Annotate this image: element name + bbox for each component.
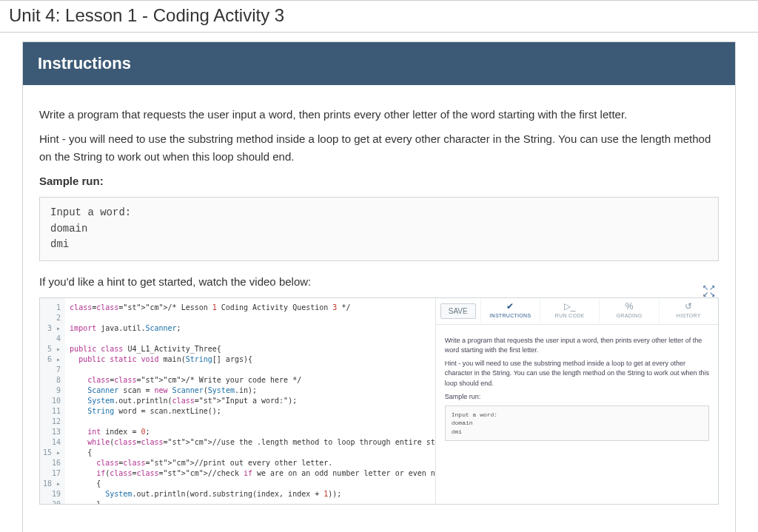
mini-sample-box: Input a word: domain dmi xyxy=(445,405,709,442)
code-panel: 123 ▸45 ▸6 ▸789101112131415 ▸161718 ▸192… xyxy=(40,298,436,504)
sample-run-label: Sample run: xyxy=(39,172,719,189)
line-gutter: 123 ▸45 ▸6 ▸789101112131415 ▸161718 ▸192… xyxy=(40,298,65,504)
mini-p2: Hint - you will need to use the substrin… xyxy=(445,359,709,388)
instructions-p1: Write a program that requests the user i… xyxy=(39,106,719,123)
right-panel: SAVE ✔ INSTRUCTIONS ▷_ RUN CODE % GRADIN… xyxy=(436,298,718,504)
tab-history[interactable]: ↺ HISTORY xyxy=(659,299,718,323)
history-icon: ↺ xyxy=(685,302,692,311)
instructions-body: Write a program that requests the user i… xyxy=(23,85,735,532)
ide-toolbar: SAVE ✔ INSTRUCTIONS ▷_ RUN CODE % GRADIN… xyxy=(436,298,718,325)
mini-p1: Write a program that requests the user i… xyxy=(445,336,709,355)
page-title: Unit 4: Lesson 1 - Coding Activity 3 xyxy=(0,0,758,33)
instructions-p2: Hint - you will need to use the substrin… xyxy=(39,130,719,165)
instructions-header: Instructions xyxy=(23,42,735,85)
save-button[interactable]: SAVE xyxy=(440,303,476,319)
tab-instructions[interactable]: ✔ INSTRUCTIONS xyxy=(480,299,540,323)
tab-grading[interactable]: % GRADING xyxy=(599,299,658,323)
percent-icon: % xyxy=(625,302,634,311)
instructions-card: Instructions Write a program that reques… xyxy=(22,41,736,532)
sample-run-box: Input a word: domain dmi xyxy=(39,197,719,261)
code-editor[interactable]: class=class="st">"cm">/* Lesson 1 Coding… xyxy=(65,298,435,504)
ide-area: ↖ ↗↙ ↘ 123 ▸45 ▸6 ▸789101112131415 ▸1617… xyxy=(39,297,719,505)
expand-icon[interactable]: ↖ ↗↙ ↘ xyxy=(702,284,714,297)
brand-logo: edhesive xyxy=(39,519,719,532)
hint-video-text: If you'd like a hint to get started, wat… xyxy=(39,273,719,290)
mini-instructions: Write a program that requests the user i… xyxy=(436,325,718,448)
ide-frame: 123 ▸45 ▸6 ▸789101112131415 ▸161718 ▸192… xyxy=(39,297,719,505)
check-icon: ✔ xyxy=(506,302,514,311)
mini-sample-label: Sample run: xyxy=(445,392,709,402)
tab-run-code[interactable]: ▷_ RUN CODE xyxy=(540,299,599,323)
terminal-icon: ▷_ xyxy=(564,302,576,311)
